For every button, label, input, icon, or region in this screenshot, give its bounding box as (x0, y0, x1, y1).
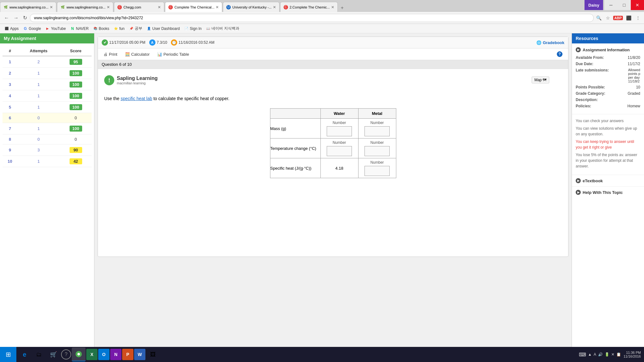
help-button[interactable]: ? (555, 50, 564, 58)
tab-1[interactable]: 🌿 www.saplinglearning.co... ✕ (0, 2, 56, 12)
gradebook-button[interactable]: 🌐 Gradebook (536, 40, 564, 45)
bookmark-google[interactable]: G Google (21, 26, 43, 31)
forward-button[interactable]: → (12, 14, 20, 21)
tab-3-close[interactable]: ✕ (158, 5, 161, 9)
tab-1-close[interactable]: ✕ (50, 5, 53, 9)
bookmark-naver[interactable]: N NAVER (68, 26, 90, 31)
help-section[interactable]: ▶ Help With This Topic (572, 187, 644, 198)
refresh-button[interactable]: ↻ (21, 14, 29, 21)
taskbar-word[interactable]: W (134, 349, 145, 360)
question-toolbar: 🖨 Print 🧮 Calculator 📊 Periodic Table (98, 48, 568, 60)
tab-4-title: Complete The Chemical... (174, 5, 214, 9)
bookmark-apps[interactable]: ⬛ Apps (3, 26, 20, 31)
table-row[interactable]: 1295 (3, 56, 92, 68)
input-temp-metal[interactable] (364, 146, 390, 156)
back-button[interactable]: ← (3, 14, 11, 21)
late-submissions-label: Late submissions: (576, 68, 609, 83)
table-row[interactable]: 21100 (3, 68, 92, 79)
periodic-table-button[interactable]: 📊 Periodic Table (155, 51, 191, 58)
taskbar-help[interactable]: ? (61, 349, 71, 359)
input-specific-heat-metal[interactable] (364, 166, 390, 176)
map-button[interactable]: Map 🗺 (532, 76, 549, 83)
row-score: 100 (60, 102, 92, 113)
etextbook-section[interactable]: ▶ eTextbook (572, 175, 644, 187)
temp-water-field[interactable] (328, 149, 350, 154)
bookmark-user-dashboard[interactable]: 👤 User Dashboard (145, 26, 182, 31)
minimize-button[interactable]: ─ (604, 0, 618, 10)
extension-icon[interactable]: ⬛ (625, 15, 633, 21)
table-row[interactable]: 71100 (3, 123, 92, 134)
bookmark-naver-encyclopedia[interactable]: 📖 네이버 지식백과 (204, 25, 241, 32)
row-number: 5 (3, 102, 17, 113)
table-row[interactable]: 31100 (3, 79, 92, 90)
table-row[interactable]: 10142 (3, 156, 92, 167)
cell-specific-heat-metal[interactable]: Number (358, 158, 396, 178)
taskbar-store[interactable]: 🛒 (47, 348, 60, 361)
input-mass-metal[interactable] (364, 126, 390, 136)
close-button[interactable]: ✕ (631, 0, 644, 10)
late-submissions-value: Allowedpoints pper day11/18/2 (628, 68, 640, 83)
start-button[interactable]: ⊞ (0, 347, 16, 362)
taskbar-onenote[interactable]: N (110, 349, 121, 360)
cell-mass-water[interactable]: Number (320, 119, 358, 139)
row-score: 100 (60, 123, 92, 134)
taskbar-excel[interactable]: X (86, 349, 98, 360)
maximize-button[interactable]: □ (618, 0, 631, 10)
cell-temp-metal[interactable]: Number (358, 139, 396, 158)
taskbar-powerpoint[interactable]: P (122, 349, 133, 360)
search-icon[interactable]: 🔍 (595, 15, 603, 21)
bookmark-star-icon[interactable]: ☆ (605, 15, 611, 21)
bookmark-fun[interactable]: ⭐ fun (112, 26, 127, 31)
question-panel[interactable]: ✔ 11/17/2016 05:00 PM A 7.3/10 🕐 11/16/2… (94, 33, 572, 362)
calculator-button[interactable]: 🧮 Calculator (123, 51, 152, 58)
tab-3[interactable]: C Chegg.com ✕ (114, 2, 164, 12)
cell-content-temp-water: Number (321, 139, 358, 158)
tab-6-close[interactable]: ✕ (331, 5, 334, 9)
tab-4-close[interactable]: ✕ (216, 5, 219, 9)
bookmark-sign-in[interactable]: 📄 Sign In (182, 26, 203, 31)
cell-temp-water[interactable]: Number (320, 139, 358, 158)
taskbar-outlook[interactable]: O (98, 349, 110, 360)
col-score: Score (60, 46, 92, 56)
table-row[interactable]: 800 (3, 134, 92, 144)
books-favicon: 📚 (93, 26, 98, 31)
tab-5[interactable]: U University of Kentucky -... ✕ (223, 2, 280, 12)
mass-metal-field[interactable] (366, 129, 388, 134)
temp-metal-field[interactable] (366, 149, 388, 154)
new-tab-button[interactable]: + (338, 4, 346, 12)
date1-text: 11/17/2016 05:00 PM (109, 40, 145, 45)
tab-2-close[interactable]: ✕ (107, 5, 110, 9)
tab-5-close[interactable]: ✕ (273, 5, 276, 9)
bookmark-books[interactable]: 📚 Books (91, 26, 111, 31)
cell-specific-heat-water: 4.18 (320, 158, 358, 178)
table-row-specific-heat: Specific heat (J/(g·°C)) 4.18 Number (270, 158, 396, 178)
address-input[interactable] (30, 14, 594, 22)
tab-6[interactable]: C 2.Complete The Chemic... ✕ (280, 2, 338, 12)
abp-icon[interactable]: ABP (613, 16, 623, 20)
table-row[interactable]: 41100 (3, 90, 92, 102)
input-temp-water[interactable] (327, 146, 352, 156)
bookmark-youtube[interactable]: ▶ YouTube (43, 26, 68, 31)
print-button[interactable]: 🖨 Print (102, 51, 119, 58)
bookmarks-bar: ⬛ Apps G Google ▶ YouTube N NAVER 📚 Book… (0, 24, 644, 33)
table-row[interactable]: 51100 (3, 102, 92, 113)
taskbar-ie[interactable]: e (18, 348, 31, 361)
menu-icon[interactable]: ⋮ (635, 15, 641, 21)
taskbar-file-explorer[interactable]: 🗂 (32, 348, 46, 361)
taskbar-photos[interactable]: 🖼 (146, 348, 160, 361)
input-mass-water[interactable] (327, 126, 352, 136)
taskbar-chrome[interactable] (72, 348, 86, 361)
specific-heat-lab-link[interactable]: specific heat lab (121, 96, 152, 101)
assignment-table-container[interactable]: # Attempts Score 12952110031100411005110… (0, 43, 94, 362)
tab-4[interactable]: C Complete The Chemical... ✕ (165, 2, 222, 12)
date2-icon: 🕐 (171, 39, 177, 46)
row-number: 1 (3, 56, 17, 68)
mass-water-field[interactable] (328, 129, 350, 134)
bookmark-study[interactable]: 📌 공부 (127, 25, 144, 32)
cell-mass-metal[interactable]: Number (358, 119, 396, 139)
specific-heat-metal-field[interactable] (366, 169, 388, 173)
tab-2[interactable]: 🌿 www.saplinglearning.co... ✕ (57, 2, 113, 12)
question-number-text: Question 6 of 10 (102, 62, 132, 67)
table-row[interactable]: 9390 (3, 144, 92, 156)
table-row[interactable]: 600 (3, 113, 92, 123)
